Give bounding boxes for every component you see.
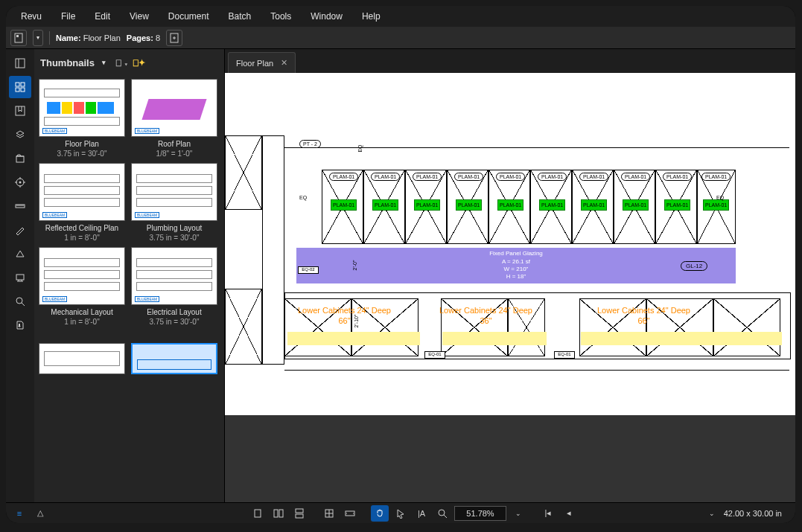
plam-bubble: PLAM-01 [496, 173, 525, 181]
prev-page-icon[interactable]: ◂ [560, 505, 578, 522]
close-tab-icon[interactable]: ✕ [281, 58, 287, 68]
thumbnail-8[interactable] [131, 343, 217, 374]
status-up-icon[interactable]: △ [31, 505, 49, 522]
thumbnail-roof-plan[interactable]: BLUEBEAM Roof Plan1/8" = 1'-0" [131, 79, 217, 158]
rail-layers-icon[interactable] [9, 124, 31, 146]
plam-green: PLAM-01 [703, 199, 729, 211]
status-single-icon[interactable] [249, 505, 267, 522]
menu-tools[interactable]: Tools [261, 8, 300, 25]
zoom-dropdown-icon[interactable]: ⌄ [509, 505, 527, 522]
thumbnail-7[interactable] [39, 343, 125, 374]
rail-studio-icon[interactable] [9, 266, 31, 289]
menu-edit[interactable]: Edit [86, 8, 119, 25]
page-dropdown[interactable]: ▾ [33, 30, 43, 46]
eq-tag: EQ-01 [554, 351, 575, 359]
status-list-icon[interactable]: ≡ [10, 505, 28, 522]
status-split-h-icon[interactable] [290, 505, 308, 522]
status-fit-icon[interactable] [320, 505, 338, 522]
rail-shapes-icon[interactable] [9, 243, 31, 265]
left-rail [6, 49, 34, 502]
document-tabs: Floor Plan ✕ [225, 49, 795, 73]
rail-sketch-icon[interactable] [9, 219, 31, 241]
svg-rect-10 [21, 88, 25, 92]
property-bar: ▾ Name: Floor Plan Pages: 8 [6, 27, 795, 49]
rail-measure-icon[interactable] [9, 195, 31, 217]
plam-bubble: PLAM-01 [663, 173, 692, 181]
svg-rect-36 [296, 514, 303, 518]
pages-field: Pages: 8 [127, 33, 160, 42]
zoom-field[interactable]: 51.78% [454, 506, 506, 521]
scroll-dropdown-icon[interactable]: ⌄ [703, 505, 721, 522]
plam-green: PLAM-01 [372, 199, 398, 211]
plam-bubble: PLAM-01 [579, 173, 608, 181]
svg-rect-11 [16, 106, 25, 115]
rail-thumbnails-icon[interactable] [9, 76, 31, 98]
plam-green: PLAM-01 [581, 199, 607, 211]
plam-bubble: PLAM-01 [538, 173, 567, 181]
first-page-icon[interactable]: |◂ [539, 505, 557, 522]
menu-window[interactable]: Window [302, 8, 351, 25]
thumb-tool-1-icon[interactable]: ⎕ ▾ [116, 58, 129, 68]
menu-document[interactable]: Document [159, 8, 218, 25]
thumbnail-plumbing[interactable]: BLUEBEAM Plumbing Layout3.75 in = 30'-0" [131, 163, 217, 243]
gl-tag: GL-12 [681, 261, 707, 271]
glazing-panel: Fixed Panel Glazing A = 26.1 sf W = 210"… [296, 248, 736, 283]
plam-green: PLAM-01 [623, 199, 649, 211]
menu-revu[interactable]: Revu [12, 8, 51, 25]
thumbnail-floor-plan[interactable]: BLUEBEAM Floor Plan3.75 in = 30'-0" [39, 79, 125, 158]
thumb-tool-2-icon[interactable]: ⎕✦ [133, 58, 145, 68]
thumbnails-header: Thumbnails ▾ ⎕ ▾ ⎕✦ [34, 49, 224, 76]
thumbnails-dropdown-icon[interactable]: ▾ [102, 59, 106, 66]
thumbnail-electrical[interactable]: BLUEBEAM Electrical Layout3.75 in = 30'-… [131, 247, 217, 327]
page-icon[interactable] [10, 30, 27, 46]
status-zoom-icon[interactable] [433, 505, 451, 522]
status-fitwidth-icon[interactable] [341, 505, 359, 522]
menu-batch[interactable]: Batch [220, 8, 261, 25]
svg-rect-26 [16, 275, 24, 280]
svg-line-31 [22, 303, 25, 306]
rail-properties-icon[interactable] [9, 171, 31, 193]
rail-bookmarks-icon[interactable] [9, 100, 31, 122]
thumbnail-mechanical[interactable]: BLUEBEAM Mechanical Layout1 in = 8'-0" [39, 247, 125, 327]
drawing-canvas[interactable]: PT - 2 [225, 73, 795, 502]
svg-point-30 [16, 298, 22, 304]
rail-sets-icon[interactable] [9, 147, 31, 170]
eq-tag: EQ-01 [424, 351, 445, 359]
plam-green: PLAM-01 [497, 199, 523, 211]
eq-tag: EQ-02 [298, 266, 319, 274]
thumbnails-grid: BLUEBEAM Floor Plan3.75 in = 30'-0" BLUE… [34, 76, 224, 502]
rail-export-icon[interactable] [9, 314, 31, 336]
svg-rect-35 [296, 509, 303, 513]
status-select-icon[interactable] [392, 505, 410, 522]
svg-rect-8 [21, 83, 25, 86]
svg-rect-1 [16, 35, 19, 37]
status-text-icon[interactable]: |A [413, 505, 430, 522]
svg-line-42 [444, 515, 447, 518]
plam-bubble: PLAM-01 [413, 173, 442, 181]
svg-rect-32 [255, 510, 261, 517]
svg-rect-34 [279, 510, 283, 517]
tab-floor-plan[interactable]: Floor Plan ✕ [228, 52, 296, 73]
status-pan-icon[interactable] [371, 505, 389, 522]
plam-green: PLAM-01 [539, 199, 565, 211]
plam-bubble: PLAM-01 [329, 173, 358, 181]
status-split-v-icon[interactable] [270, 505, 287, 522]
menu-bar: Revu File Edit View Document Batch Tools… [6, 6, 795, 27]
menu-file[interactable]: File [52, 8, 84, 25]
pt-label: PT - 2 [299, 140, 321, 148]
plam-green: PLAM-01 [456, 199, 482, 211]
plam-bubble: PLAM-01 [371, 173, 400, 181]
rail-search-icon[interactable] [9, 290, 31, 313]
svg-rect-7 [16, 83, 19, 86]
cabinet-label-2: Lower Cabinets 24" Deep36" [439, 305, 532, 327]
svg-rect-33 [274, 510, 278, 517]
new-page-icon[interactable] [166, 30, 182, 46]
rail-panel-icon[interactable] [9, 52, 31, 74]
svg-rect-12 [16, 156, 24, 162]
plam-green: PLAM-01 [414, 199, 440, 211]
name-field: Name: Floor Plan [56, 33, 121, 42]
menu-view[interactable]: View [121, 8, 158, 25]
cabinet-label-1: Lower Cabinets 24" Deep66" [298, 305, 391, 327]
menu-help[interactable]: Help [353, 8, 389, 25]
thumbnail-reflected-ceiling[interactable]: BLUEBEAM Reflected Ceiling Plan1 in = 8'… [39, 163, 125, 243]
